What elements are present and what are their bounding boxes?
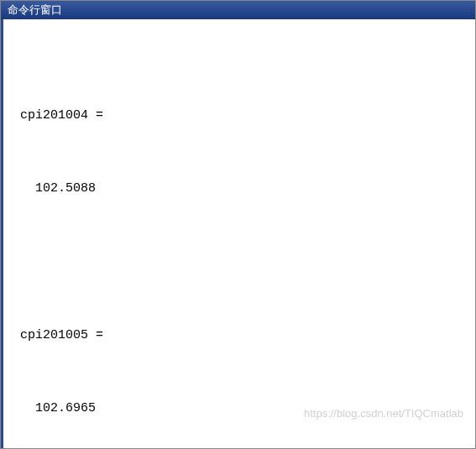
window-title: 命令行窗口 bbox=[8, 3, 62, 18]
output-block: cpi201004 = 102.5088 bbox=[20, 71, 458, 232]
output-area: cpi201004 = 102.5088 cpi201005 = 102.696… bbox=[3, 19, 475, 448]
variable-name: cpi201004 = bbox=[20, 107, 458, 124]
variable-value: 102.6965 bbox=[20, 399, 458, 417]
output-block: cpi201005 = 102.6965 bbox=[20, 291, 458, 448]
variable-value: 102.5088 bbox=[20, 180, 458, 197]
content-wrapper: cpi201004 = 102.5088 cpi201005 = 102.696… bbox=[1, 19, 475, 448]
titlebar: 命令行窗口 bbox=[1, 1, 475, 19]
variable-name: cpi201005 = bbox=[20, 326, 458, 344]
command-window: 命令行窗口 cpi201004 = 102.5088 cpi201005 = 1… bbox=[0, 0, 476, 449]
